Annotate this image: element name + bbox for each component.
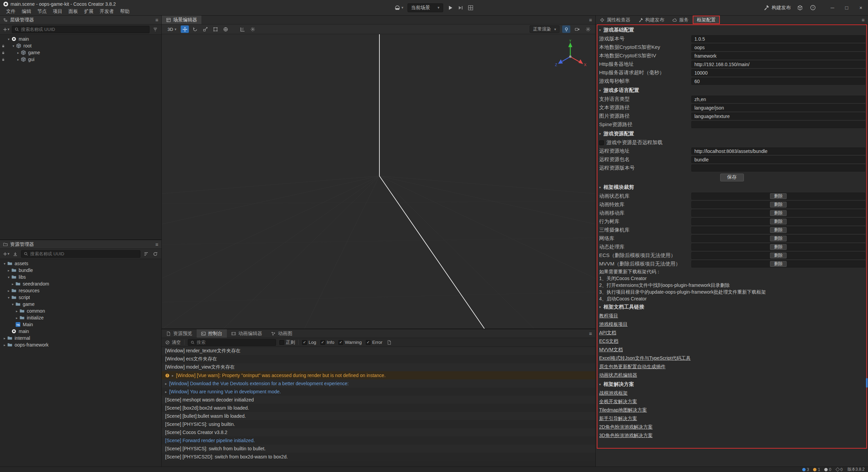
build-publish-button[interactable]: 构建发布 — [764, 5, 791, 11]
tree-node-main[interactable]: main — [0, 328, 161, 335]
docs-link[interactable]: 动画状态机编辑器 — [599, 372, 637, 378]
field-value-input[interactable]: bundle — [691, 156, 865, 163]
preview-target-icon[interactable]: ▾ — [394, 5, 403, 11]
filter-icon[interactable] — [152, 26, 159, 33]
solutions-link[interactable]: 3D角色扮演游戏解决方案 — [599, 433, 653, 439]
tab-scene-editor[interactable]: 场景编辑器 — [162, 16, 201, 24]
create-node-button[interactable]: ▾ — [3, 26, 9, 33]
chevron-down-icon[interactable]: ▾ — [2, 262, 7, 266]
projection-mode-button[interactable]: 3D▾ — [165, 26, 179, 33]
console-log-row[interactable]: ▸[Window] Download the Vue Devtools exte… — [162, 379, 595, 388]
chevron-down-icon[interactable]: ▾ — [11, 44, 16, 48]
scene-camera-icon[interactable] — [573, 25, 581, 33]
delete-button[interactable]: 删除 — [770, 193, 787, 199]
panel-menu-icon[interactable]: ≡ — [155, 241, 158, 247]
docs-link[interactable]: Excel格式转Json文件与TypeScript代码工具 — [599, 355, 691, 361]
tab-service[interactable]: 服务 — [668, 16, 693, 24]
filter-error[interactable]: Error — [366, 340, 382, 345]
rect-tool-icon[interactable] — [211, 25, 219, 33]
info-count[interactable]: 3 — [802, 467, 809, 472]
field-value-input[interactable]: oops — [691, 44, 865, 51]
chevron-right-icon[interactable]: ▸ — [2, 343, 7, 347]
maximize-button[interactable]: □ — [840, 0, 854, 15]
filter-checkbox[interactable] — [302, 340, 307, 345]
tab-assets-preview[interactable]: 资源预览 — [162, 329, 197, 338]
tree-node-libs[interactable]: ▾libs — [0, 274, 161, 280]
console-log-row[interactable]: !▸[Window] [Vue warn]: Property "onInput… — [162, 371, 595, 379]
sort-icon[interactable] — [143, 251, 150, 257]
solutions-link[interactable]: 新手引导解决方案 — [599, 416, 637, 422]
delete-button[interactable]: 删除 — [770, 227, 787, 233]
chevron-right-icon[interactable]: ▸ — [16, 58, 21, 61]
tree-node-game[interactable]: ▾game — [0, 301, 161, 308]
scene-viewport[interactable]: Y X Z — [162, 34, 595, 329]
tab-build[interactable]: 构建发布 — [634, 16, 668, 24]
rotate-tool-icon[interactable] — [191, 25, 199, 33]
delete-button[interactable]: 删除 — [770, 202, 787, 208]
chevron-right-icon[interactable]: ▸ — [10, 282, 15, 286]
console-log-row[interactable]: ▸[Window] You are running Vue in develop… — [162, 388, 595, 396]
remote-load-checkbox[interactable] — [599, 140, 604, 145]
tree-node-gui[interactable]: ▸gui — [0, 56, 161, 63]
filter-warning[interactable]: Warning — [338, 340, 362, 345]
console-log-row[interactable]: [Scene] [PHYSICS]: switch from builtin t… — [162, 445, 595, 453]
play-button[interactable] — [447, 5, 453, 11]
console-log-row[interactable]: [Window] render_texture文件夹存在 — [162, 347, 595, 355]
field-value-input[interactable]: http://192.168.0.150/main/ — [691, 61, 865, 68]
console-search-input[interactable] — [197, 340, 273, 345]
error-count[interactable]: 0 — [824, 467, 831, 472]
tree-node-Main[interactable]: TSMain — [0, 321, 161, 328]
assets-search-input[interactable] — [30, 251, 138, 256]
filter-checkbox[interactable] — [320, 340, 325, 345]
section-header-basic[interactable]: ▾游戏基础配置 — [596, 25, 868, 35]
menu-edit[interactable]: 编辑 — [19, 8, 34, 15]
snap-grid-icon[interactable] — [238, 25, 246, 33]
expand-icon[interactable]: ▸ — [172, 374, 174, 377]
scene-light-icon[interactable] — [562, 25, 570, 33]
menu-help[interactable]: 帮助 — [117, 8, 132, 15]
solutions-link[interactable]: Tiledmap地图解决方案 — [599, 407, 647, 413]
field-value-input[interactable]: 1.0.5 — [691, 35, 865, 42]
panel-menu-icon[interactable]: ≡ — [589, 17, 592, 23]
step-button[interactable] — [457, 5, 463, 11]
clear-console-button[interactable]: 清空 — [165, 339, 181, 346]
chevron-right-icon[interactable]: ▸ — [6, 289, 11, 293]
delete-button[interactable]: 删除 — [770, 210, 787, 216]
scrollbar-thumb[interactable] — [866, 378, 868, 388]
field-value-input[interactable]: 10000 — [691, 69, 865, 76]
tree-node-seedrandom[interactable]: ▸seedrandom — [0, 280, 161, 287]
section-header-modules[interactable]: ▾框架模块裁剪 — [596, 182, 868, 192]
console-log-row[interactable]: [Window] ecs文件夹存在 — [162, 355, 595, 363]
field-value-input[interactable]: language/json — [691, 104, 865, 111]
refresh-icon[interactable] — [152, 251, 159, 257]
save-button[interactable]: 保存 — [720, 174, 744, 181]
scale-tool-icon[interactable] — [201, 25, 209, 33]
tab-animation-editor[interactable]: 动画编辑器 — [227, 329, 267, 338]
section-header-language[interactable]: ▾游戏多语言配置 — [596, 85, 868, 95]
menu-node[interactable]: 节点 — [35, 8, 50, 15]
tree-node-script[interactable]: ▾script — [0, 294, 161, 301]
warning-count[interactable]: 1 — [813, 467, 820, 472]
move-tool-icon[interactable] — [181, 25, 189, 33]
help-icon[interactable]: ? — [809, 4, 816, 12]
hierarchy-search-input[interactable] — [21, 27, 147, 32]
axis-gizmo[interactable]: Y X Z — [554, 40, 587, 72]
docs-link[interactable]: 原生包热更新配置自动生成插件 — [599, 364, 666, 370]
tab-inspector[interactable]: 属性检查器 — [596, 16, 634, 24]
field-value-input[interactable]: http://localhost:8083/assets/bundle — [691, 148, 865, 155]
tree-node-bundle[interactable]: ▸bundle — [0, 267, 161, 274]
field-value-input[interactable]: framework — [691, 52, 865, 59]
chevron-right-icon[interactable]: ▸ — [6, 269, 11, 272]
tab-framework-config[interactable]: 框架配置 — [693, 16, 720, 24]
console-log-row[interactable]: [Scene] Forward render pipeline initiali… — [162, 436, 595, 445]
close-button[interactable]: × — [854, 0, 868, 15]
section-header-solutions[interactable]: ▾框架解决方案 — [596, 379, 868, 389]
field-value-input[interactable]: language/texture — [691, 113, 865, 120]
panel-menu-icon[interactable]: ≡ — [862, 17, 865, 23]
panel-menu-icon[interactable]: ≡ — [155, 17, 158, 23]
filter-checkbox[interactable] — [366, 340, 371, 345]
solutions-link[interactable]: 战棋游戏框架 — [599, 390, 628, 396]
log-file-icon[interactable] — [386, 339, 393, 346]
delete-button[interactable]: 删除 — [770, 236, 787, 241]
scene-select[interactable]: 当前场景 ▾ — [408, 3, 443, 12]
